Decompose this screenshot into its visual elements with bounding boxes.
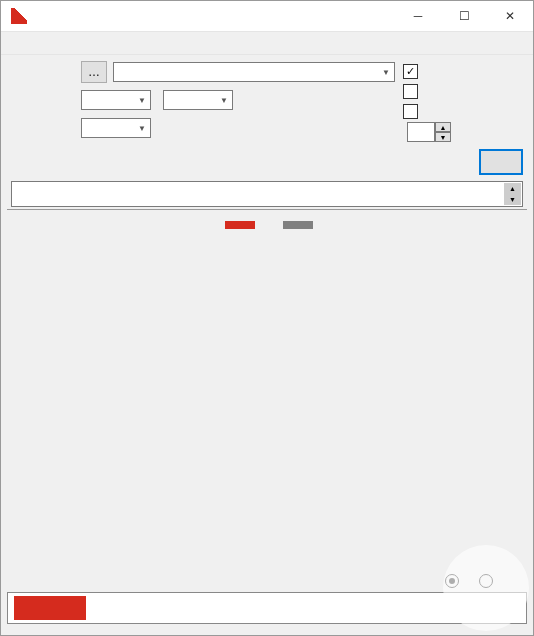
benchmark-chart — [11, 232, 373, 572]
browse-drive-button[interactable]: … — [81, 61, 107, 83]
direct-io-checkbox[interactable]: ✓ — [403, 61, 523, 81]
chevron-down-icon: ▼ — [138, 96, 146, 105]
legend-read-swatch — [283, 221, 313, 229]
close-button[interactable]: ✕ — [487, 1, 533, 31]
radio-icon — [479, 574, 493, 588]
scroll-up-icon[interactable]: ▲ — [504, 183, 521, 194]
menu-file[interactable] — [7, 41, 23, 45]
radio-icon — [445, 574, 459, 588]
chevron-down-icon: ▼ — [138, 124, 146, 133]
chart-legend — [7, 218, 527, 230]
bypass-cache-checkbox[interactable] — [403, 81, 523, 101]
units-iops-radio[interactable] — [479, 574, 497, 588]
results-group — [7, 209, 527, 590]
transfer-size-to-select[interactable]: ▼ — [163, 90, 233, 110]
minimize-button[interactable]: ─ — [395, 1, 441, 31]
chevron-down-icon: ▼ — [220, 96, 228, 105]
settings-form: … ▼ ▼ ▼ ▼ — [1, 55, 533, 179]
file-size-select[interactable]: ▼ — [81, 118, 151, 138]
results-table — [373, 232, 523, 572]
spinner-down-icon[interactable]: ▼ — [435, 132, 451, 142]
chevron-down-icon: ▼ — [382, 68, 390, 77]
maximize-button[interactable]: ☐ — [441, 1, 487, 31]
col-read — [448, 232, 523, 246]
app-window: ─ ☐ ✕ … ▼ ▼ ▼ — [0, 0, 534, 636]
menubar — [1, 32, 533, 55]
col-write — [373, 232, 448, 246]
legend-write-swatch — [225, 221, 255, 229]
transfer-size-from-select[interactable]: ▼ — [81, 90, 151, 110]
queue-depth-spinner[interactable]: ▲▼ — [407, 122, 451, 142]
footer — [7, 592, 527, 624]
checkbox-icon: ✓ — [403, 64, 418, 79]
description-input[interactable]: ▲▼ — [11, 181, 523, 207]
drive-select[interactable]: ▼ — [113, 62, 395, 82]
scrollbar[interactable]: ▲▼ — [504, 183, 521, 205]
verify-data-checkbox[interactable] — [403, 101, 523, 121]
atto-logo — [14, 596, 86, 620]
checkbox-icon — [403, 84, 418, 99]
app-icon — [11, 8, 27, 24]
units-bytes-radio[interactable] — [445, 574, 463, 588]
start-button[interactable] — [479, 149, 523, 175]
checkbox-icon — [403, 104, 418, 119]
titlebar[interactable]: ─ ☐ ✕ — [1, 1, 533, 32]
scroll-down-icon[interactable]: ▼ — [504, 194, 521, 205]
menu-help[interactable] — [23, 41, 39, 45]
spinner-up-icon[interactable]: ▲ — [435, 122, 451, 132]
